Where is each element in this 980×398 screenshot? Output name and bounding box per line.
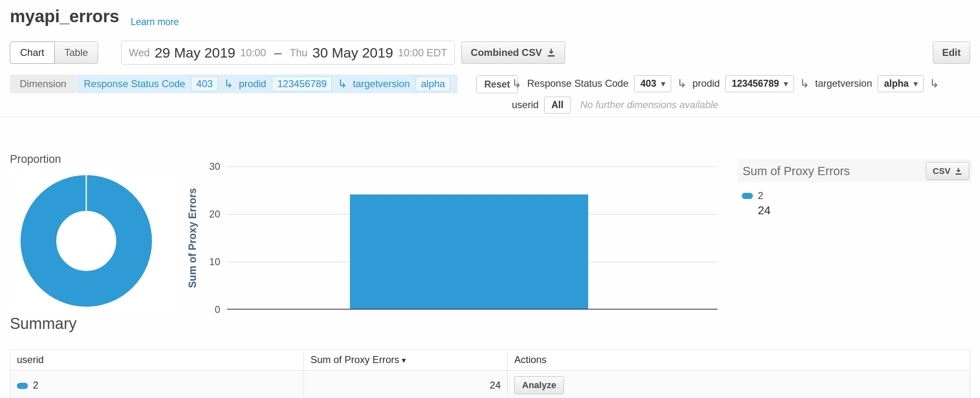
analyze-button[interactable]: Analyze — [514, 376, 564, 394]
drilldown-dimension-name: Response Status Code — [527, 78, 628, 89]
summary-title: Summary — [10, 315, 77, 333]
gridline — [227, 167, 718, 167]
breadcrumb-dimension-value: 123456789 — [272, 76, 332, 91]
y-tick-label: 30 — [194, 161, 220, 172]
date-range-picker[interactable]: Wed 29 May 2019 10:00 – Thu 30 May 2019 … — [121, 41, 455, 65]
sort-desc-icon: ▾ — [402, 356, 406, 365]
summary-header-row: userid Sum of Proxy Errors▾ Actions — [10, 349, 970, 370]
date-start-date: 29 May 2019 — [154, 45, 235, 61]
legend-item: 2 — [742, 190, 972, 201]
drilldown-line-1: ↳ Response Status Code 403 ▾ ↳ prodid 12… — [512, 74, 973, 93]
drilldown-select-status-code[interactable]: 403 ▾ — [634, 75, 671, 92]
section-divider — [0, 117, 980, 117]
column-header-sum[interactable]: Sum of Proxy Errors▾ — [304, 349, 508, 370]
y-axis-title: Sum of Proxy Errors — [186, 188, 198, 288]
proportion-title: Proportion — [10, 153, 61, 166]
drill-arrow-icon: ↳ — [929, 77, 939, 90]
drill-arrow-icon: ↳ — [512, 77, 521, 90]
breadcrumb-dimension-name: prodid — [239, 78, 267, 90]
y-tick-label: 10 — [194, 256, 220, 268]
combined-csv-button[interactable]: Combined CSV — [461, 42, 565, 64]
date-end-dow: Thu — [290, 47, 307, 59]
breadcrumb-dimension-name: Response Status Code — [84, 78, 185, 90]
date-start-time: 10:00 — [240, 47, 266, 59]
no-more-dimensions-note: No further dimensions available — [580, 99, 718, 111]
drill-arrow-icon: ↳ — [800, 77, 809, 90]
drill-arrow-icon: ↳ — [338, 77, 347, 90]
breadcrumb-dimension-name: targetversion — [353, 78, 410, 90]
drilldown-dimension-name: targetversion — [815, 78, 872, 89]
chevron-down-icon: ▾ — [661, 79, 665, 88]
drill-arrow-icon: ↳ — [677, 77, 686, 90]
chart-view-button[interactable]: Chart — [10, 42, 55, 64]
summary-table: userid Sum of Proxy Errors▾ Actions 2 24… — [10, 349, 970, 398]
view-toggle: Chart Table — [10, 42, 98, 64]
table-view-button[interactable]: Table — [54, 42, 98, 64]
column-header-userid[interactable]: userid — [10, 349, 304, 370]
cell-userid: 2 — [10, 370, 304, 398]
date-end-time: 10:00 EDT — [398, 47, 447, 59]
chevron-down-icon: ▾ — [913, 79, 918, 88]
download-icon — [955, 167, 962, 175]
drilldown-line-2: userid All No further dimensions availab… — [512, 95, 973, 114]
date-end-date: 30 May 2019 — [313, 45, 393, 61]
legend-panel: Sum of Proxy Errors CSV 2 24 — [738, 160, 972, 217]
csv-button[interactable]: CSV — [926, 162, 969, 180]
legend-swatch-icon — [742, 193, 753, 199]
page-title: myapi_errors — [10, 7, 119, 26]
dimension-breadcrumb: Response Status Code 403 ↳ prodid 123456… — [76, 74, 458, 93]
dimension-label: Dimension — [10, 74, 76, 93]
legend-item-value: 24 — [758, 204, 972, 217]
edit-button[interactable]: Edit — [933, 42, 970, 64]
cell-actions: Analyze — [508, 370, 970, 398]
legend-item-label: 2 — [758, 190, 763, 201]
custom-report-page: myapi_errors Learn more Chart Table Wed … — [0, 0, 980, 398]
x-axis-line — [227, 309, 718, 310]
date-range-separator: – — [274, 45, 282, 60]
breadcrumb-dimension-value: alpha — [416, 76, 451, 91]
column-header-actions: Actions — [508, 349, 970, 370]
y-tick-label: 0 — [194, 304, 220, 315]
date-start-dow: Wed — [129, 47, 150, 59]
cell-sum: 24 — [304, 370, 508, 398]
series-swatch-icon — [17, 383, 28, 389]
csv-label: CSV — [933, 166, 950, 176]
legend-title: Sum of Proxy Errors — [743, 164, 850, 178]
drilldown-panel: ↳ Response Status Code 403 ▾ ↳ prodid 12… — [512, 74, 973, 114]
userid-all-selector[interactable]: All — [544, 97, 570, 113]
y-tick-label: 20 — [194, 208, 220, 220]
bar-chart-plot-area — [227, 167, 718, 310]
breadcrumb-dimension-value: 403 — [191, 76, 218, 91]
learn-more-link[interactable]: Learn more — [131, 16, 179, 28]
drilldown-select-targetversion[interactable]: alpha ▾ — [878, 75, 924, 92]
drilldown-select-prodid[interactable]: 123456789 ▾ — [725, 75, 794, 92]
download-icon — [547, 48, 556, 57]
drilldown-dimension-name: userid — [512, 99, 538, 111]
table-row: 2 24 Analyze — [10, 370, 970, 398]
bar[interactable] — [350, 194, 588, 309]
proportion-donut-chart — [10, 170, 175, 312]
drilldown-dimension-name: prodid — [692, 78, 720, 89]
chevron-down-icon: ▾ — [784, 79, 788, 88]
toolbar: Chart Table Wed 29 May 2019 10:00 – Thu … — [10, 40, 970, 65]
drill-arrow-icon: ↳ — [224, 77, 233, 90]
combined-csv-label: Combined CSV — [471, 47, 542, 58]
legend-header: Sum of Proxy Errors CSV — [738, 160, 972, 183]
